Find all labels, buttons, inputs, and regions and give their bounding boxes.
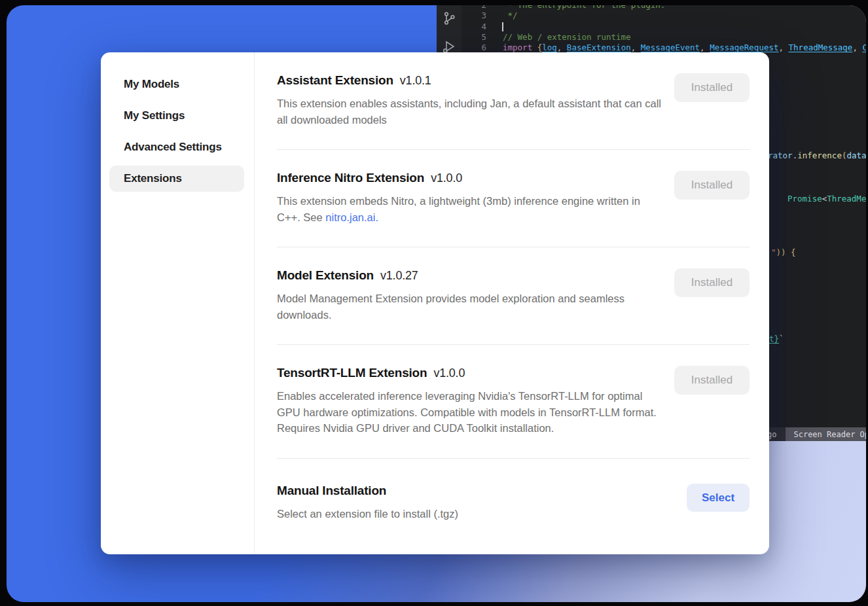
nitro-jan-ai-link[interactable]: nitro.jan.ai. [325, 211, 378, 223]
extension-name: Model Extension [277, 268, 374, 282]
extensions-panel: Assistant Extensionv1.0.1 This extension… [255, 52, 769, 554]
screen-reader-optimize-status[interactable]: Screen Reader Optimize [786, 427, 866, 441]
manual-installation-description: Select an extension file to install (.tg… [277, 506, 458, 522]
extension-row-tensorrt-llm: TensortRT-LLM Extensionv1.0.0 Enables ac… [277, 345, 750, 459]
code-line: // Web / extension runtime [503, 32, 866, 43]
settings-sidebar: My Models My Settings Advanced Settings … [101, 52, 255, 554]
manual-installation-row: Manual Installation Select an extension … [277, 459, 750, 544]
installed-button[interactable]: Installed [674, 73, 750, 102]
extension-row-model: Model Extensionv1.0.27 Model Management … [277, 247, 750, 345]
extension-row-inference-nitro: Inference Nitro Extensionv1.0.0 This ext… [277, 150, 750, 247]
code-fragment: Promise<ThreadMessage> [787, 194, 866, 204]
installed-button[interactable]: Installed [674, 366, 750, 395]
extension-name: Assistant Extension [277, 73, 393, 87]
extension-version: v1.0.1 [400, 74, 431, 87]
sidebar-item-advanced-settings[interactable]: Advanced Settings [109, 134, 244, 160]
extension-version: v1.0.27 [380, 269, 418, 282]
extension-version: v1.0.0 [431, 171, 462, 185]
extension-version: v1.0.0 [433, 366, 465, 380]
extension-name: TensortRT-LLM Extension [277, 366, 427, 380]
installed-button[interactable]: Installed [674, 268, 750, 297]
extension-description: Model Management Extension provides mode… [277, 291, 662, 323]
manual-installation-title: Manual Installation [277, 484, 386, 497]
sidebar-item-my-settings[interactable]: My Settings [109, 103, 244, 129]
code-fragment: ")) { [771, 247, 796, 257]
code-line: * The entrypoint for the plugin. [503, 5, 866, 10]
extension-description: Enables accelerated inference leveraging… [277, 388, 662, 437]
settings-modal: My Models My Settings Advanced Settings … [101, 52, 769, 554]
select-file-button[interactable]: Select [687, 484, 750, 512]
line-number: 2 [461, 5, 488, 10]
installed-button[interactable]: Installed [674, 171, 750, 200]
editor-caret [502, 22, 503, 31]
line-number: 4 [461, 22, 488, 32]
extension-description: This extension embeds Nitro, a lightweig… [277, 193, 662, 225]
code-fragment: rator.inference(data)); [768, 151, 866, 160]
code-fragment: t}` [769, 334, 784, 344]
line-number: 3 [461, 10, 488, 21]
sidebar-item-my-models[interactable]: My Models [109, 71, 244, 98]
extension-description: This extension enables assistants, inclu… [277, 96, 662, 128]
sidebar-item-extensions[interactable]: Extensions [109, 166, 244, 192]
app-window: 2 3 4 5 6 * The entrypoint for the plugi… [7, 5, 866, 602]
extension-row-assistant: Assistant Extensionv1.0.1 This extension… [277, 52, 750, 150]
extension-name: Inference Nitro Extension [277, 171, 424, 185]
source-control-icon[interactable] [441, 10, 457, 26]
code-line: */ [503, 10, 866, 21]
line-number: 5 [461, 32, 488, 43]
code-line [503, 22, 866, 32]
